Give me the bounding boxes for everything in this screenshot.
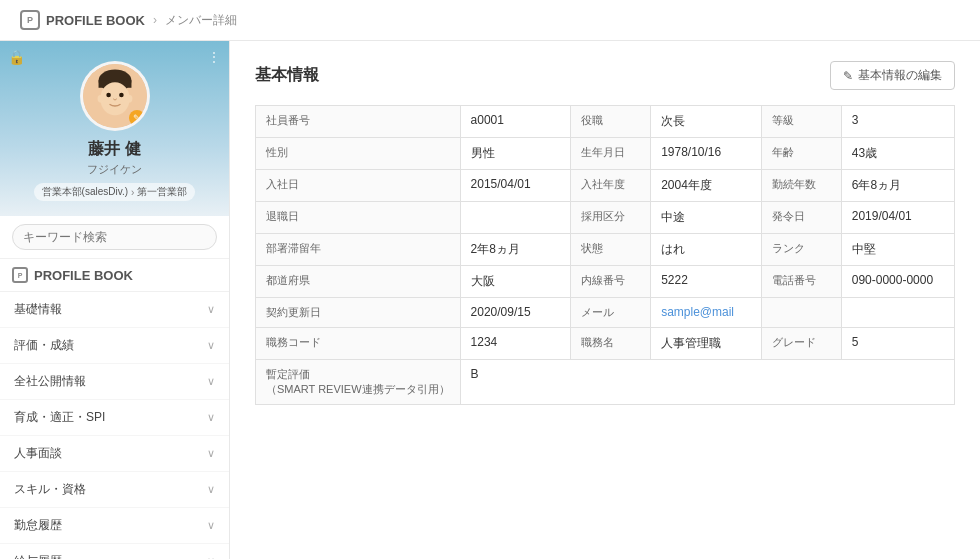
chevron-icon: ∨ (207, 447, 215, 460)
table-row: 退職日採用区分中途発令日2019/04/01 (256, 202, 955, 234)
info-label: 都道府県 (256, 266, 461, 298)
nav-item-label: 全社公開情報 (14, 373, 86, 390)
sidebar-nav-item[interactable]: 勤怠履歴∨ (0, 508, 229, 544)
info-value: はれ (651, 234, 762, 266)
info-value: 2015/04/01 (460, 170, 571, 202)
sidebar-nav: 基礎情報∨評価・成績∨全社公開情報∨育成・適正・SPI∨人事面談∨スキル・資格∨… (0, 292, 229, 559)
table-row: 入社日2015/04/01入社年度2004年度勤続年数6年8ヵ月 (256, 170, 955, 202)
sidebar-nav-item[interactable]: 評価・成績∨ (0, 328, 229, 364)
profile-kana: フジイケン (15, 162, 214, 177)
profile-card: 🔒 ⋮ (0, 41, 229, 216)
table-row: 都道府県大阪内線番号5222電話番号090-0000-0000 (256, 266, 955, 298)
svg-point-6 (97, 95, 102, 102)
edit-button-label: 基本情報の編集 (858, 67, 942, 84)
info-value: 090-0000-0000 (841, 266, 954, 298)
chevron-icon: ∨ (207, 303, 215, 316)
dept2-label: 第一営業部 (137, 185, 187, 199)
info-label: メール (571, 298, 651, 328)
sidebar-book-text: PROFILE BOOK (34, 268, 133, 283)
info-value: 5222 (651, 266, 762, 298)
logo-icon: P (20, 10, 40, 30)
info-value: 2020/09/15 (460, 298, 571, 328)
info-value: 中堅 (841, 234, 954, 266)
chevron-icon: ∨ (207, 339, 215, 352)
info-label: 性別 (256, 138, 461, 170)
table-row: 暫定評価（SMART REVIEW連携データ引用）B (256, 360, 955, 405)
nav-item-label: 育成・適正・SPI (14, 409, 105, 426)
info-value: 男性 (460, 138, 571, 170)
table-row: 社員番号a0001役職次長等級3 (256, 106, 955, 138)
info-value: 人事管理職 (651, 328, 762, 360)
info-value: 1234 (460, 328, 571, 360)
sidebar-nav-item[interactable]: スキル・資格∨ (0, 472, 229, 508)
profile-dept: 営業本部(salesDiv.) › 第一営業部 (34, 183, 196, 201)
sidebar-book-label: P PROFILE BOOK (0, 259, 229, 292)
sidebar-nav-item[interactable]: 育成・適正・SPI∨ (0, 400, 229, 436)
section-header: 基本情報 ✎ 基本情報の編集 (255, 61, 955, 90)
info-label: 入社年度 (571, 170, 651, 202)
chevron-icon: ∨ (207, 375, 215, 388)
info-label: 内線番号 (571, 266, 651, 298)
edit-icon: ✎ (843, 69, 853, 83)
chevron-icon: ∨ (207, 483, 215, 496)
chevron-icon: ∨ (207, 555, 215, 559)
table-row: 性別男性生年月日1978/10/16年齢43歳 (256, 138, 955, 170)
edit-button[interactable]: ✎ 基本情報の編集 (830, 61, 955, 90)
svg-point-3 (100, 82, 129, 115)
info-table: 社員番号a0001役職次長等級3性別男性生年月日1978/10/16年齢43歳入… (255, 105, 955, 405)
info-label: 勤続年数 (761, 170, 841, 202)
svg-point-7 (126, 95, 131, 102)
info-label: 電話番号 (761, 266, 841, 298)
info-value: 次長 (651, 106, 762, 138)
info-label: グレード (761, 328, 841, 360)
main-content: 基本情報 ✎ 基本情報の編集 社員番号a0001役職次長等級3性別男性生年月日1… (230, 41, 980, 559)
info-label: 年齢 (761, 138, 841, 170)
sidebar-logo-icon: P (12, 267, 28, 283)
main-container: 🔒 ⋮ (0, 41, 980, 559)
info-value: 3 (841, 106, 954, 138)
nav-item-label: 基礎情報 (14, 301, 62, 318)
info-label (761, 298, 841, 328)
info-value: 2年8ヵ月 (460, 234, 571, 266)
profile-name: 藤井 健 (15, 139, 214, 160)
nav-item-label: スキル・資格 (14, 481, 86, 498)
avatar: ✎ (80, 61, 150, 131)
svg-point-4 (106, 93, 111, 98)
nav-item-label: 人事面談 (14, 445, 62, 462)
sidebar-nav-item[interactable]: 人事面談∨ (0, 436, 229, 472)
info-value: 2019/04/01 (841, 202, 954, 234)
more-icon[interactable]: ⋮ (207, 49, 221, 65)
search-input[interactable] (12, 224, 217, 250)
dept1-label: 営業本部(salesDiv.) (42, 185, 128, 199)
sidebar-nav-item[interactable]: 基礎情報∨ (0, 292, 229, 328)
svg-point-5 (119, 93, 124, 98)
info-value: B (460, 360, 954, 405)
info-label: 等級 (761, 106, 841, 138)
info-value: 2004年度 (651, 170, 762, 202)
avatar-badge: ✎ (129, 110, 145, 126)
info-value (841, 298, 954, 328)
sidebar-nav-item[interactable]: 給与履歴∨ (0, 544, 229, 559)
table-row: 職務コード1234職務名人事管理職グレード5 (256, 328, 955, 360)
info-label: 発令日 (761, 202, 841, 234)
info-value: a0001 (460, 106, 571, 138)
info-label: 退職日 (256, 202, 461, 234)
info-label: 役職 (571, 106, 651, 138)
email-link[interactable]: sample@mail (661, 305, 734, 319)
table-row: 部署滞留年2年8ヵ月状態はれランク中堅 (256, 234, 955, 266)
info-value: 中途 (651, 202, 762, 234)
info-value: 43歳 (841, 138, 954, 170)
breadcrumb-page: メンバー詳細 (165, 12, 237, 29)
section-title: 基本情報 (255, 65, 319, 86)
info-label: 職務名 (571, 328, 651, 360)
info-label: 部署滞留年 (256, 234, 461, 266)
info-label: 暫定評価（SMART REVIEW連携データ引用） (256, 360, 461, 405)
table-row: 契約更新日2020/09/15メールsample@mail (256, 298, 955, 328)
sidebar-nav-item[interactable]: 全社公開情報∨ (0, 364, 229, 400)
logo-text: PROFILE BOOK (46, 13, 145, 28)
lock-icon: 🔒 (8, 49, 25, 65)
info-value: 1978/10/16 (651, 138, 762, 170)
chevron-icon: ∨ (207, 411, 215, 424)
breadcrumb-separator: › (153, 13, 157, 27)
nav-item-label: 評価・成績 (14, 337, 74, 354)
